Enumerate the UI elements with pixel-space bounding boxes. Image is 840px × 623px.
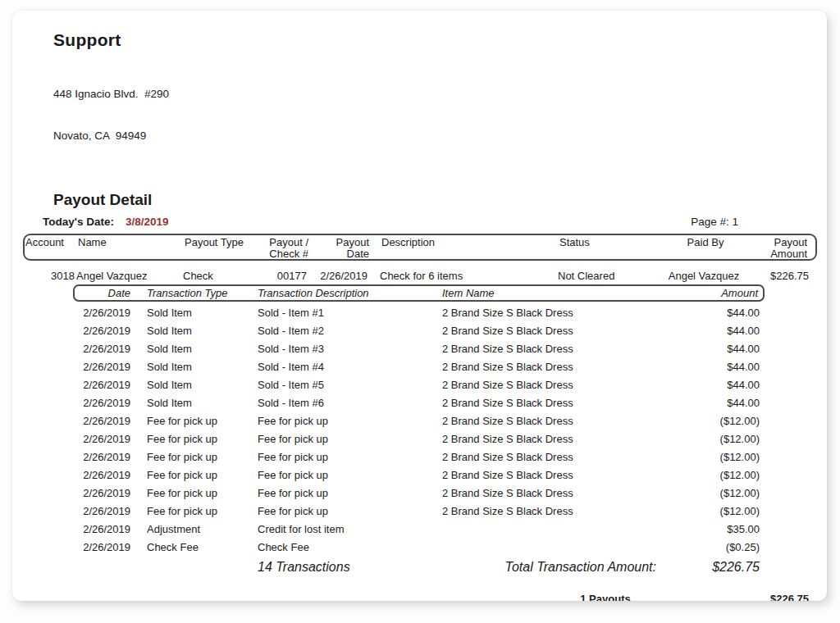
report-title: Payout Detail — [53, 191, 827, 209]
payout-date: 2/26/2019 — [309, 271, 369, 281]
transaction-description-cell: Fee for pick up — [258, 470, 440, 487]
transaction-row: 2/26/2019 Sold Item Sold - Item #1 2 Bra… — [75, 307, 765, 325]
transaction-amount-cell: $44.00 — [658, 398, 765, 415]
transaction-item-name-cell: 2 Brand Size S Black Dress — [440, 488, 658, 505]
address-line-2: Novato, CA 94949 — [53, 129, 827, 143]
transaction-date-cell: 2/26/2019 — [75, 380, 134, 397]
todays-date-value: 3/8/2019 — [126, 216, 169, 228]
transaction-row: 2/26/2019 Sold Item Sold - Item #6 2 Bra… — [75, 397, 765, 415]
payout-description: Check for 6 items — [369, 271, 556, 281]
transaction-amount-cell: $44.00 — [658, 325, 765, 343]
payout-account: 3018 — [24, 271, 76, 281]
transaction-type-cell: Sold Item — [134, 325, 258, 343]
transaction-rows: 2/26/2019 Sold Item Sold - Item #1 2 Bra… — [73, 307, 765, 559]
transaction-description-cell: Fee for pick up — [258, 488, 440, 505]
transaction-date-cell: 2/26/2019 — [75, 343, 134, 361]
transaction-table-header: Date Transaction Type Transaction Descri… — [73, 284, 765, 302]
transaction-summary-row: 14 Transactions Total Transaction Amount… — [75, 562, 765, 580]
transaction-row: 2/26/2019 Fee for pick up Fee for pick u… — [75, 451, 765, 469]
transaction-description-cell: Credit for lost item — [258, 524, 440, 541]
transaction-date-cell: 2/26/2019 — [75, 434, 134, 451]
transaction-amount-cell: $44.00 — [658, 362, 765, 379]
total-transaction-amount-label: Total Transaction Amount: — [440, 562, 658, 580]
transaction-date-cell: 2/26/2019 — [75, 542, 134, 559]
header-status: Status — [558, 237, 656, 259]
payout-name: Angel Vazquez — [76, 271, 183, 281]
transaction-type-cell: Sold Item — [134, 398, 258, 415]
transaction-description-cell: Sold - Item #3 — [258, 343, 440, 361]
transaction-row: 2/26/2019 Fee for pick up Fee for pick u… — [75, 433, 765, 451]
payout-status: Not Cleared — [556, 271, 655, 281]
transaction-amount-cell: ($0.25) — [658, 542, 765, 559]
grand-total-row: 1 Payouts $226.75 — [23, 593, 817, 601]
transaction-description-cell: Sold - Item #1 — [258, 307, 440, 325]
header-payout-amount: Payout Amount — [755, 237, 815, 259]
transaction-row: 2/26/2019 Fee for pick up Fee for pick u… — [75, 505, 765, 523]
header-payout-check: Payout / Check # — [254, 237, 311, 259]
header-name: Name — [78, 237, 185, 259]
payouts-total-amount: $226.75 — [753, 593, 817, 601]
transaction-description-cell: Fee for pick up — [258, 506, 440, 523]
payout-paid-by: Angel Vazquez — [655, 271, 753, 281]
company-name: Support — [53, 30, 827, 50]
transaction-type-cell: Sold Item — [134, 380, 258, 397]
transaction-row: 2/26/2019 Adjustment Credit for lost ite… — [75, 523, 765, 541]
transaction-item-name-cell: 2 Brand Size S Black Dress — [440, 362, 658, 379]
transaction-row: 2/26/2019 Sold Item Sold - Item #2 2 Bra… — [75, 325, 765, 343]
transaction-type-cell: Fee for pick up — [134, 416, 258, 433]
transaction-type-cell: Sold Item — [134, 307, 258, 325]
transaction-date-cell: 2/26/2019 — [75, 325, 134, 343]
header-payout-date: Payout Date — [311, 237, 371, 259]
header-transaction-type: Transaction Type — [134, 287, 258, 300]
payout-row: 3018 Angel Vazquez Check 00177 2/26/2019… — [23, 271, 817, 281]
header-description: Description — [371, 237, 558, 259]
transaction-type-cell: Fee for pick up — [134, 488, 258, 505]
transaction-description-cell: Sold - Item #4 — [258, 362, 440, 379]
transaction-date-cell: 2/26/2019 — [75, 398, 134, 415]
payout-table-header: Account Name Payout Type Payout / Check … — [23, 234, 817, 261]
transaction-row: 2/26/2019 Fee for pick up Fee for pick u… — [75, 469, 765, 487]
transaction-amount-cell: ($12.00) — [658, 416, 765, 433]
transaction-type-cell: Sold Item — [134, 343, 258, 361]
transaction-date-cell: 2/26/2019 — [75, 362, 134, 379]
transaction-amount-cell: $44.00 — [658, 380, 765, 397]
transaction-item-name-cell: 2 Brand Size S Black Dress — [440, 380, 658, 397]
payouts-count: 1 Payouts — [556, 593, 655, 601]
transaction-row: 2/26/2019 Check Fee Check Fee ($0.25) — [75, 541, 765, 559]
transaction-amount-cell: ($12.00) — [658, 488, 765, 505]
transaction-amount-cell: ($12.00) — [658, 434, 765, 451]
report-page: Support 448 Ignacio Blvd. #290 Novato, C… — [12, 11, 827, 601]
transaction-type-cell: Fee for pick up — [134, 470, 258, 487]
transaction-description-cell: Fee for pick up — [258, 416, 440, 433]
transaction-description-cell: Sold - Item #6 — [258, 398, 440, 415]
transaction-description-cell: Sold - Item #5 — [258, 380, 440, 397]
transaction-date-cell: 2/26/2019 — [75, 488, 134, 505]
transaction-row: 2/26/2019 Fee for pick up Fee for pick u… — [75, 415, 765, 433]
transaction-date-cell: 2/26/2019 — [75, 307, 134, 325]
transaction-amount-cell: ($12.00) — [658, 452, 765, 469]
transaction-type-cell: Fee for pick up — [134, 434, 258, 451]
company-address: 448 Ignacio Blvd. #290 Novato, CA 94949 — [53, 59, 827, 171]
todays-date-label: Today's Date: — [43, 216, 114, 228]
transaction-amount-cell: ($12.00) — [658, 470, 765, 487]
transaction-item-name-cell: 2 Brand Size S Black Dress — [440, 452, 658, 469]
transaction-row: 2/26/2019 Sold Item Sold - Item #4 2 Bra… — [75, 361, 765, 379]
transaction-amount-cell: $44.00 — [658, 307, 765, 325]
header-transaction-amount: Amount — [658, 287, 763, 300]
transaction-date-cell: 2/26/2019 — [75, 416, 134, 433]
transaction-type-cell: Fee for pick up — [134, 452, 258, 469]
transaction-date-cell: 2/26/2019 — [75, 506, 134, 523]
header-payout-type: Payout Type — [185, 237, 254, 259]
address-line-1: 448 Ignacio Blvd. #290 — [53, 87, 827, 101]
total-transaction-amount-value: $226.75 — [658, 562, 765, 580]
transaction-item-name-cell — [440, 524, 658, 541]
transaction-date-cell: 2/26/2019 — [75, 470, 134, 487]
header-transaction-description: Transaction Description — [258, 287, 440, 300]
transaction-type-cell: Fee for pick up — [134, 506, 258, 523]
transaction-item-name-cell: 2 Brand Size S Black Dress — [440, 325, 658, 343]
todays-date: Today's Date:3/8/2019 — [43, 215, 169, 229]
transaction-item-name-cell — [440, 542, 658, 559]
transaction-type-cell: Check Fee — [134, 542, 258, 559]
transaction-count: 14 Transactions — [258, 562, 440, 580]
header-paid-by: Paid By — [656, 237, 755, 259]
